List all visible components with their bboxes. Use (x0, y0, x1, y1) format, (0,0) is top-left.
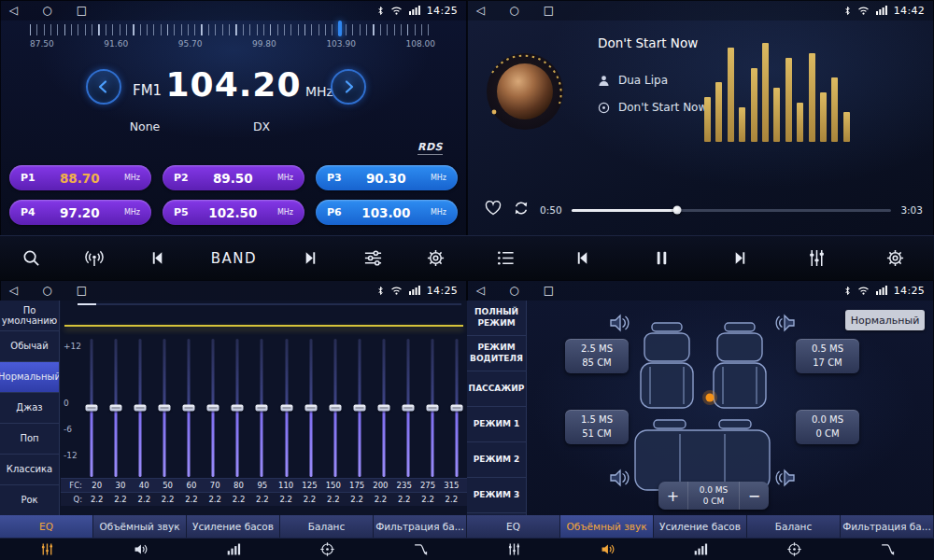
back-icon[interactable]: ◁ (476, 285, 485, 296)
eq-band-knob[interactable] (377, 405, 389, 412)
eq-band-slider[interactable] (182, 339, 195, 477)
front-right-delay[interactable]: 0.5 MS 17 CM (796, 339, 859, 373)
preset-button[interactable]: P6 103.00 MHz (316, 200, 458, 225)
frequency-ruler[interactable]: 87.50 91.60 95.70 99.80 103.90 108.00 (30, 24, 435, 62)
home-icon[interactable]: ○ (509, 5, 518, 16)
tab-balance[interactable]: Баланс (747, 515, 841, 538)
search-button[interactable] (21, 248, 41, 268)
increase-button[interactable]: + (658, 482, 688, 510)
tab-bass-boost[interactable]: Усиление басов (187, 515, 280, 538)
previous-button[interactable] (573, 248, 593, 268)
preset-button[interactable]: P2 89.50 MHz (163, 165, 304, 190)
eq-band-slider[interactable] (304, 339, 318, 477)
eq-band-slider[interactable] (402, 339, 415, 477)
eq-band-knob[interactable] (450, 405, 462, 412)
settings-button[interactable] (426, 248, 446, 268)
home-icon[interactable]: ○ (42, 285, 51, 296)
next-button[interactable] (300, 248, 319, 268)
mode-1[interactable]: РЕЖИМ 1 (467, 407, 526, 442)
listener-position-dot[interactable] (706, 394, 715, 402)
eq-band-slider[interactable] (450, 339, 463, 477)
preset-button[interactable]: P4 97.20 MHz (9, 200, 151, 225)
previous-button[interactable] (149, 248, 168, 268)
eq-band-knob[interactable] (183, 405, 195, 412)
front-left-delay[interactable]: 2.5 MS 85 CM (565, 339, 629, 373)
eq-band-slider[interactable] (329, 339, 342, 477)
eq-tab-icon[interactable] (467, 539, 560, 560)
eq-tab-icon[interactable] (0, 539, 93, 560)
repeat-icon[interactable] (512, 199, 531, 221)
mode-full[interactable]: ПОЛНЫЙ РЕЖИМ (467, 301, 526, 336)
tab-bass-boost[interactable]: Усиление басов (654, 515, 747, 538)
surround-tab-icon[interactable] (93, 539, 187, 560)
eq-band-slider[interactable] (255, 339, 268, 477)
eq-band-knob[interactable] (86, 405, 98, 412)
rear-right-delay[interactable]: 0.0 MS 0 CM (796, 410, 859, 444)
eq-preset-rock[interactable]: Рок (0, 485, 59, 515)
eq-scroll-thumb[interactable] (78, 303, 96, 305)
mode-3[interactable]: РЕЖИМ 3 (467, 478, 526, 513)
scan-button[interactable] (84, 248, 105, 269)
surround-tab-icon[interactable] (560, 539, 654, 560)
recents-icon[interactable]: □ (77, 285, 87, 296)
filter-tab-icon[interactable] (374, 539, 467, 560)
band-button[interactable]: BAND (211, 250, 257, 267)
pause-button[interactable] (652, 248, 672, 268)
decrease-button[interactable]: − (739, 482, 769, 510)
tab-surround[interactable]: Объёмный звук (93, 515, 187, 538)
bass-boost-tab-icon[interactable] (187, 539, 280, 560)
eq-band-slider[interactable] (134, 339, 147, 477)
mode-driver[interactable]: РЕЖИМ ВОДИТЕЛЯ (467, 336, 526, 371)
bass-boost-tab-icon[interactable] (654, 539, 747, 560)
eq-band-slider[interactable] (280, 339, 293, 477)
dx-mode[interactable]: DX (253, 119, 270, 133)
back-icon[interactable]: ◁ (476, 5, 485, 16)
tab-balance[interactable]: Баланс (280, 515, 374, 538)
eq-band-slider[interactable] (353, 339, 366, 477)
eq-preset-pop[interactable]: Поп (0, 424, 59, 455)
eq-band-slider[interactable] (426, 339, 439, 477)
eq-band-knob[interactable] (426, 405, 438, 412)
rear-left-delay[interactable]: 1.5 MS 51 CM (565, 410, 629, 444)
eq-preset-jazz[interactable]: Джаз (0, 393, 59, 424)
eq-band-knob[interactable] (232, 405, 244, 412)
next-button[interactable] (729, 248, 749, 268)
eq-band-knob[interactable] (329, 405, 341, 412)
eq-preset-classic[interactable]: Классика (0, 455, 59, 485)
home-icon[interactable]: ○ (42, 5, 51, 16)
tune-icon[interactable] (363, 248, 383, 268)
equalizer-button[interactable] (807, 248, 827, 268)
back-icon[interactable]: ◁ (9, 5, 18, 16)
eq-band-slider[interactable] (85, 339, 98, 477)
mode-passenger[interactable]: ПАССАЖИР (467, 371, 526, 407)
preset-button[interactable]: P1 88.70 MHz (9, 165, 151, 190)
eq-band-knob[interactable] (110, 405, 122, 412)
eq-band-knob[interactable] (304, 405, 317, 412)
eq-band-knob[interactable] (159, 405, 171, 412)
recents-icon[interactable]: □ (544, 285, 554, 296)
settings-button[interactable] (885, 248, 905, 268)
playlist-button[interactable] (496, 248, 516, 268)
tab-filter[interactable]: Фильтрация ба... (374, 515, 467, 538)
profile-button[interactable]: Нормальный (845, 310, 925, 330)
eq-band-knob[interactable] (402, 405, 414, 412)
tab-filter[interactable]: Фильтрация ба... (841, 515, 934, 538)
back-icon[interactable]: ◁ (9, 285, 18, 296)
eq-band-knob[interactable] (353, 405, 365, 412)
eq-preset-normal[interactable]: Нормальный (0, 362, 59, 393)
eq-band-knob[interactable] (256, 405, 268, 412)
tab-surround[interactable]: Объёмный звук (560, 515, 654, 538)
home-icon[interactable]: ○ (509, 285, 518, 296)
eq-band-slider[interactable] (158, 339, 171, 477)
filter-tab-icon[interactable] (841, 539, 934, 560)
recents-icon[interactable]: □ (77, 5, 87, 16)
tab-eq[interactable]: EQ (467, 515, 560, 538)
eq-band-knob[interactable] (207, 405, 219, 412)
progress-bar[interactable] (572, 209, 892, 212)
preset-button[interactable]: P3 90.30 MHz (316, 165, 458, 190)
eq-preset-custom[interactable]: Обычай (0, 331, 59, 362)
balance-tab-icon[interactable] (280, 539, 374, 560)
preset-button[interactable]: P5 102.50 MHz (163, 200, 304, 225)
tab-eq[interactable]: EQ (0, 515, 93, 538)
eq-band-slider[interactable] (109, 339, 122, 477)
